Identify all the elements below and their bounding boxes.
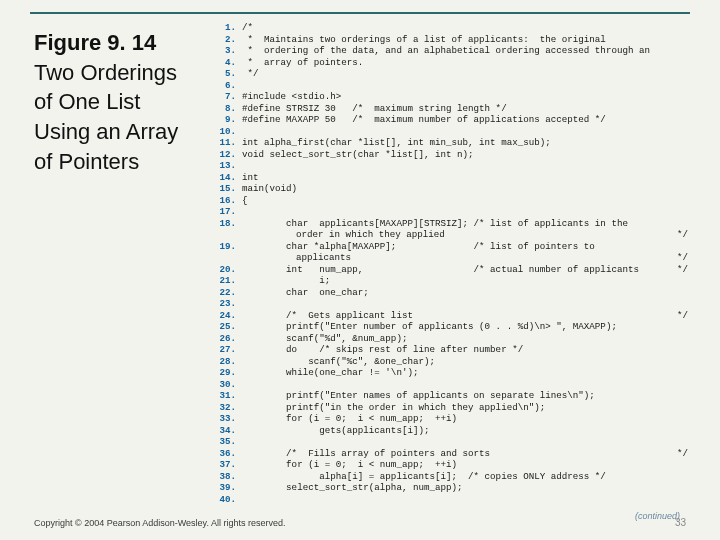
code-line: 11.int alpha_first(char *list[], int min… xyxy=(214,137,688,149)
code-text xyxy=(242,298,688,310)
code-line: order in which they applied*/ xyxy=(214,229,688,241)
code-line: 29. while(one_char != '\n'); xyxy=(214,367,688,379)
code-text: printf("Enter number of applicants (0 . … xyxy=(242,321,688,333)
code-text: int num_app, /* actual number of applica… xyxy=(242,264,677,276)
code-text: * ordering of the data, and an alphabeti… xyxy=(242,45,688,57)
line-number: 7. xyxy=(214,91,236,103)
copyright-text: Copyright © 2004 Pearson Addison-Wesley.… xyxy=(34,518,285,528)
right-comment: */ xyxy=(677,310,688,322)
line-number: 28. xyxy=(214,356,236,368)
figure-label: Figure 9. 14 xyxy=(34,30,156,55)
line-number: 9. xyxy=(214,114,236,126)
line-number: 38. xyxy=(214,471,236,483)
code-line: 8.#define STRSIZ 30 /* maximum string le… xyxy=(214,103,688,115)
code-text: for (i = 0; i < num_app; ++i) xyxy=(242,413,688,425)
code-line: 14.int xyxy=(214,172,688,184)
code-text: int alpha_first(char *list[], int min_su… xyxy=(242,137,688,149)
code-listing: 1./*2. * Maintains two orderings of a li… xyxy=(214,22,688,505)
code-text xyxy=(242,80,688,92)
code-line: 30. xyxy=(214,379,688,391)
top-rule xyxy=(30,12,690,14)
code-text: * array of pointers. xyxy=(242,57,688,69)
code-line: 27. do /* skips rest of line after numbe… xyxy=(214,344,688,356)
line-number: 3. xyxy=(214,45,236,57)
code-line: 35. xyxy=(214,436,688,448)
line-number: 1. xyxy=(214,22,236,34)
code-line: 18. char applicants[MAXAPP][STRSIZ]; /* … xyxy=(214,218,688,230)
line-number: 37. xyxy=(214,459,236,471)
right-comment: */ xyxy=(677,448,688,460)
code-line: 6. xyxy=(214,80,688,92)
code-text: * Maintains two orderings of a list of a… xyxy=(242,34,688,46)
code-text xyxy=(242,206,688,218)
code-text: char one_char; xyxy=(242,287,688,299)
continued-label: (continued) xyxy=(635,511,680,521)
code-text: char applicants[MAXAPP][STRSIZ]; /* list… xyxy=(242,218,688,230)
line-number: 25. xyxy=(214,321,236,333)
code-text: while(one_char != '\n'); xyxy=(242,367,688,379)
code-line: 16.{ xyxy=(214,195,688,207)
code-line: 2. * Maintains two orderings of a list o… xyxy=(214,34,688,46)
line-number: 6. xyxy=(214,80,236,92)
code-line: 4. * array of pointers. xyxy=(214,57,688,69)
line-number: 16. xyxy=(214,195,236,207)
code-text: { xyxy=(242,195,688,207)
code-line: 10. xyxy=(214,126,688,138)
code-line: 33. for (i = 0; i < num_app; ++i) xyxy=(214,413,688,425)
code-line: 21. i; xyxy=(214,275,688,287)
code-text: #include <stdio.h> xyxy=(242,91,688,103)
code-line: 3. * ordering of the data, and an alphab… xyxy=(214,45,688,57)
code-text xyxy=(242,494,688,506)
code-line: 32. printf("in the order in which they a… xyxy=(214,402,688,414)
code-text: gets(applicants[i]); xyxy=(242,425,688,437)
line-number: 18. xyxy=(214,218,236,230)
title-line: Using an Array xyxy=(34,119,178,144)
code-text: for (i = 0; i < num_app; ++i) xyxy=(242,459,688,471)
line-number: 34. xyxy=(214,425,236,437)
code-text: int xyxy=(242,172,688,184)
title-line: of One List xyxy=(34,89,140,114)
code-text: main(void) xyxy=(242,183,688,195)
line-number: 19. xyxy=(214,241,236,253)
code-line: 22. char one_char; xyxy=(214,287,688,299)
code-text: do /* skips rest of line after number */ xyxy=(242,344,688,356)
title-line: Two Orderings xyxy=(34,60,177,85)
code-text: char *alpha[MAXAPP]; /* list of pointers… xyxy=(242,241,688,253)
code-line: 26. scanf("%d", &num_app); xyxy=(214,333,688,345)
code-text: /* Fills array of pointers and sorts xyxy=(242,448,677,460)
title-line: of Pointers xyxy=(34,149,139,174)
code-line: 34. gets(applicants[i]); xyxy=(214,425,688,437)
code-text: alpha[i] = applicants[i]; /* copies ONLY… xyxy=(242,471,688,483)
line-number: 31. xyxy=(214,390,236,402)
code-line: 5. */ xyxy=(214,68,688,80)
figure-title: Figure 9. 14 Two Orderings of One List U… xyxy=(34,28,224,176)
code-text: printf("in the order in which they appli… xyxy=(242,402,688,414)
code-line: 7.#include <stdio.h> xyxy=(214,91,688,103)
line-number: 10. xyxy=(214,126,236,138)
code-line: 39. select_sort_str(alpha, num_app); xyxy=(214,482,688,494)
code-line: 1./* xyxy=(214,22,688,34)
line-number: 15. xyxy=(214,183,236,195)
line-number: 29. xyxy=(214,367,236,379)
line-number: 27. xyxy=(214,344,236,356)
code-line: 40. xyxy=(214,494,688,506)
line-number: 4. xyxy=(214,57,236,69)
code-text: applicants xyxy=(242,252,677,264)
code-line: 13. xyxy=(214,160,688,172)
line-number: 36. xyxy=(214,448,236,460)
line-number: 8. xyxy=(214,103,236,115)
line-number: 40. xyxy=(214,494,236,506)
line-number: 26. xyxy=(214,333,236,345)
code-text: scanf("%c", &one_char); xyxy=(242,356,688,368)
code-line: 25. printf("Enter number of applicants (… xyxy=(214,321,688,333)
code-text xyxy=(242,160,688,172)
line-number: 33. xyxy=(214,413,236,425)
code-line: applicants*/ xyxy=(214,252,688,264)
code-text: #define STRSIZ 30 /* maximum string leng… xyxy=(242,103,688,115)
code-text xyxy=(242,379,688,391)
code-text: /* Gets applicant list xyxy=(242,310,677,322)
code-text: */ xyxy=(242,68,688,80)
right-comment: */ xyxy=(677,229,688,241)
code-line: 9.#define MAXAPP 50 /* maximum number of… xyxy=(214,114,688,126)
line-number: 39. xyxy=(214,482,236,494)
